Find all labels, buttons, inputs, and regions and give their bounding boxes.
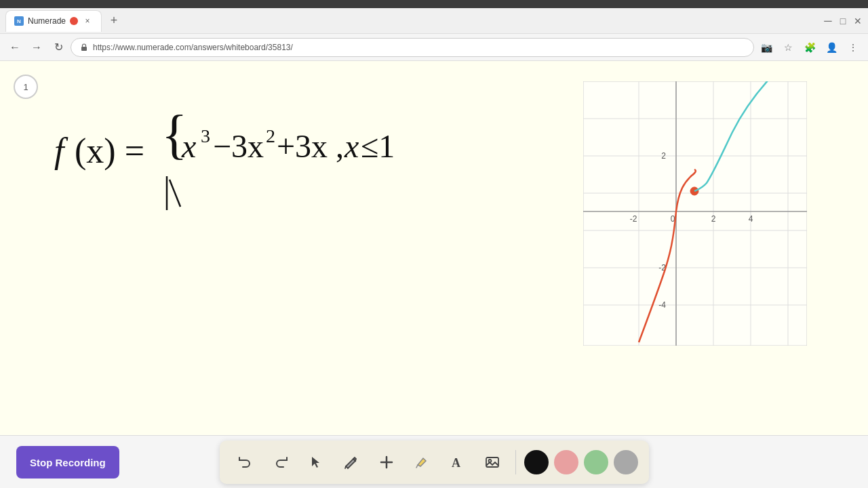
svg-text:≤1: ≤1: [361, 128, 395, 164]
svg-text:(x) =: (x) =: [75, 131, 144, 171]
svg-text:2: 2: [266, 125, 275, 146]
svg-text:f: f: [54, 131, 68, 170]
svg-text:4: 4: [749, 214, 753, 224]
minimize-button[interactable]: ─: [823, 16, 833, 26]
graph-container: -2 0 2 4 2 -2 -4: [583, 81, 807, 346]
text-tool-button[interactable]: A: [442, 447, 472, 477]
formula-area: f (x) = { x 3 −3x 2 +3x , x ≤1: [47, 102, 414, 226]
whiteboard[interactable]: 1 f (x) = { x 3 −3x 2 +3x , x ≤1: [0, 61, 868, 435]
graph-svg: -2 0 2 4 2 -2 -4: [583, 81, 807, 346]
svg-line-35: [345, 466, 346, 468]
close-window-button[interactable]: ✕: [853, 16, 863, 26]
tab-favicon: N: [14, 16, 24, 26]
browser-titlebar: N Numerade × + ─ □ ✕: [0, 8, 868, 34]
color-green[interactable]: [584, 450, 608, 474]
toolbar-separator: [515, 450, 516, 474]
refresh-button[interactable]: ↻: [49, 38, 68, 57]
svg-rect-13: [583, 81, 807, 346]
color-pink[interactable]: [554, 450, 578, 474]
svg-text:A: A: [452, 456, 460, 470]
image-tool-button[interactable]: [477, 447, 507, 477]
svg-text:2: 2: [661, 151, 666, 161]
screen-capture-icon[interactable]: 📷: [757, 38, 776, 57]
tab-close-button[interactable]: ×: [82, 16, 93, 26]
pencil-tool-button[interactable]: [336, 447, 366, 477]
bookmark-icon[interactable]: ☆: [778, 38, 797, 57]
extensions-icon[interactable]: 🧩: [800, 38, 819, 57]
svg-text:+3x ,: +3x ,: [277, 128, 344, 164]
browser-toolbar: ← → ↻ https://www.numerade.com/answers/w…: [0, 34, 868, 61]
forward-button[interactable]: →: [27, 38, 46, 57]
svg-line-12: [170, 180, 180, 207]
svg-text:−3x: −3x: [213, 128, 264, 164]
profile-icon[interactable]: 👤: [822, 38, 841, 57]
page-indicator: 1: [14, 75, 38, 99]
menu-icon[interactable]: ⋮: [844, 38, 863, 57]
color-black[interactable]: [524, 450, 549, 474]
address-bar[interactable]: https://www.numerade.com/answers/whitebo…: [71, 38, 754, 57]
tab-bar: N Numerade × +: [5, 10, 123, 32]
bottom-toolbar: Stop Recording: [0, 435, 868, 488]
tab-title: Numerade: [28, 16, 66, 26]
svg-text:-4: -4: [658, 300, 666, 310]
url-text: https://www.numerade.com/answers/whitebo…: [93, 43, 293, 52]
maximize-button[interactable]: □: [838, 16, 848, 26]
browser-toolbar-icons: 📷 ☆ 🧩 👤 ⋮: [757, 38, 863, 57]
new-tab-button[interactable]: +: [104, 12, 123, 30]
svg-text:2: 2: [711, 214, 716, 224]
svg-text:x: x: [181, 128, 196, 164]
formula-svg: f (x) = { x 3 −3x 2 +3x , x ≤1: [47, 102, 414, 224]
color-gray[interactable]: [614, 450, 638, 474]
undo-button[interactable]: [231, 447, 260, 477]
svg-text:3: 3: [201, 125, 210, 146]
svg-text:-2: -2: [630, 214, 637, 224]
lock-icon: [79, 43, 89, 52]
select-tool-button[interactable]: [301, 447, 331, 477]
redo-button[interactable]: [266, 447, 296, 477]
back-button[interactable]: ←: [5, 38, 24, 57]
toolbar-panel: A: [220, 441, 649, 484]
svg-line-38: [416, 465, 418, 468]
svg-text:x: x: [344, 128, 359, 164]
svg-rect-0: [81, 47, 87, 51]
stop-recording-button[interactable]: Stop Recording: [16, 446, 119, 479]
active-tab[interactable]: N Numerade ×: [5, 10, 102, 32]
add-tool-button[interactable]: [372, 447, 401, 477]
browser-top-bar: [0, 0, 868, 8]
recording-dot: [70, 17, 78, 25]
highlighter-tool-button[interactable]: [407, 447, 437, 477]
